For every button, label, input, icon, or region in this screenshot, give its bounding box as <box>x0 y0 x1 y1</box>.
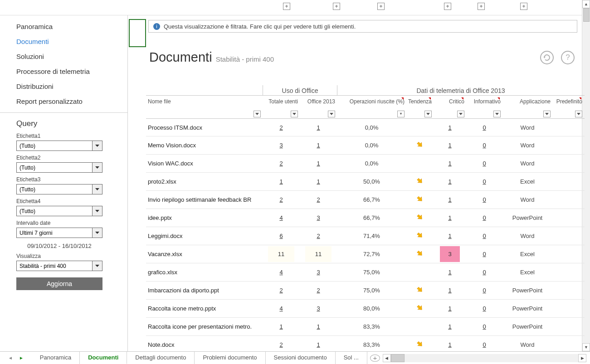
cell-informative[interactable]: 0 <box>466 251 502 257</box>
cell-critical[interactable]: 1 <box>434 160 466 167</box>
cell-total[interactable]: 2 <box>263 287 300 294</box>
cell-critical[interactable]: 1 <box>434 305 466 312</box>
cell-office2013[interactable]: 1 <box>300 142 337 149</box>
cell-informative[interactable]: 0 <box>466 287 502 294</box>
table-row[interactable]: grafico.xlsx4375,0%10Excel <box>146 263 585 281</box>
table-row[interactable]: Processo ITSM.docx210,0%10Word <box>146 118 585 136</box>
nav-item-report-personalizzato[interactable]: Report personalizzato <box>0 94 127 109</box>
filter-icon[interactable] <box>254 111 261 117</box>
table-row[interactable]: Vision WAC.docx210,0%10Word <box>146 155 585 173</box>
cell-total[interactable]: 4 <box>263 214 300 221</box>
filter-icon[interactable] <box>543 111 551 117</box>
cell-critical[interactable]: 1 <box>434 178 466 185</box>
scroll-up-arrow[interactable]: ▲ <box>582 0 590 8</box>
cell-office2013[interactable]: 1 <box>300 323 337 330</box>
cell-critical[interactable]: 1 <box>434 142 466 149</box>
cell-informative[interactable]: 0 <box>466 341 502 348</box>
cell-critical[interactable]: 1 <box>434 196 466 203</box>
cell-informative[interactable]: 0 <box>466 269 502 276</box>
cell-office2013[interactable]: 2 <box>300 233 337 239</box>
cell-informative[interactable]: 0 <box>466 214 502 221</box>
cell-critical[interactable]: 3 <box>434 246 466 262</box>
nav-item-processore-di-telemetria[interactable]: Processore di telemetria <box>0 64 127 79</box>
query-select-4[interactable]: (Tutto) <box>16 206 102 216</box>
cell-informative[interactable]: 0 <box>466 196 502 203</box>
cell-total[interactable]: 2 <box>263 160 300 167</box>
table-row[interactable]: idee.pptx4366,7%10PowerPoint <box>146 209 585 227</box>
cell-total[interactable]: 1 <box>263 323 300 330</box>
date-interval-select[interactable]: Ultimi 7 giorni <box>16 228 102 238</box>
cell-critical[interactable]: 1 <box>434 323 466 330</box>
filter-icon[interactable] <box>291 111 298 117</box>
horizontal-scrollbar[interactable]: ◀ ▶ <box>383 354 586 362</box>
outline-expand-button[interactable]: + <box>333 3 340 10</box>
cell-office2013[interactable]: 1 <box>300 178 337 185</box>
refresh-button[interactable] <box>540 51 554 64</box>
cell-critical[interactable]: 1 <box>434 214 466 221</box>
cell-critical[interactable]: 1 <box>434 287 466 294</box>
sheet-tab-dettagli-documento[interactable]: Dettagli documento <box>127 352 195 364</box>
cell-office2013[interactable]: 2 <box>300 287 337 294</box>
cell-office2013[interactable]: 1 <box>300 124 337 131</box>
cell-informative[interactable]: 0 <box>466 305 502 312</box>
table-row[interactable]: Memo Vision.docx310,0%10Word <box>146 136 585 155</box>
filter-icon[interactable] <box>328 111 335 117</box>
cell-total[interactable]: 11 <box>263 246 300 262</box>
tab-nav-arrows[interactable]: ◄ ► <box>0 354 32 361</box>
cell-critical[interactable]: 1 <box>434 269 466 276</box>
table-row[interactable]: Invio riepilogo settimanale feedback BR2… <box>146 191 585 209</box>
cell-informative[interactable]: 0 <box>466 323 502 330</box>
cell-total[interactable]: 6 <box>263 233 300 239</box>
cell-total[interactable]: 4 <box>263 269 300 276</box>
cell-total[interactable]: 2 <box>263 196 300 203</box>
cell-total[interactable]: 2 <box>263 124 300 131</box>
filter-icon[interactable] <box>575 111 582 117</box>
cell-total[interactable]: 2 <box>263 341 300 348</box>
query-select-3[interactable]: (Tutto) <box>16 184 102 194</box>
filter-applied-icon[interactable] <box>397 111 405 117</box>
table-row[interactable]: Raccolta icone per presentazioni metro.1… <box>146 318 585 336</box>
table-row[interactable]: proto2.xlsx1150,0%10Excel <box>146 173 585 191</box>
tab-nav-next[interactable]: ► <box>17 354 25 361</box>
cell-total[interactable]: 4 <box>263 305 300 312</box>
cell-total[interactable]: 1 <box>263 178 300 185</box>
nav-item-distribuzioni[interactable]: Distribuzioni <box>0 79 127 94</box>
table-row[interactable]: Raccolta icone metro.pptx4380,0%10PowerP… <box>146 300 585 318</box>
sheet-tab-sessioni-documento[interactable]: Sessioni documento <box>266 352 336 364</box>
help-button[interactable]: ? <box>561 51 575 64</box>
filter-icon[interactable] <box>493 111 501 117</box>
add-sheet-button[interactable]: + <box>370 354 380 362</box>
outline-expand-button[interactable]: + <box>283 3 290 10</box>
hscroll-left[interactable]: ◀ <box>383 354 391 362</box>
cell-office2013[interactable]: 1 <box>300 160 337 167</box>
sheet-tab-documenti[interactable]: Documenti <box>80 352 127 364</box>
hscroll-thumb[interactable] <box>391 354 405 362</box>
cell-informative[interactable]: 0 <box>466 233 502 239</box>
cell-office2013[interactable]: 2 <box>300 196 337 203</box>
table-row[interactable]: Imbarcazioni da diporto.ppt2275,0%10Powe… <box>146 281 585 300</box>
cell-office2013[interactable]: 11 <box>300 246 337 262</box>
cell-informative[interactable]: 0 <box>466 142 502 149</box>
sheet-tab-problemi-documento[interactable]: Problemi documento <box>195 352 265 364</box>
cell-critical[interactable]: 1 <box>434 124 466 131</box>
cell-critical[interactable]: 1 <box>434 233 466 239</box>
update-button[interactable]: Aggiorna <box>16 277 102 290</box>
sheet-tab-panoramica[interactable]: Panoramica <box>32 352 80 364</box>
nav-item-panoramica[interactable]: Panoramica <box>0 19 127 34</box>
outline-expand-button[interactable]: + <box>520 3 527 10</box>
nav-item-soluzioni[interactable]: Soluzioni <box>0 49 127 64</box>
cell-informative[interactable]: 0 <box>466 178 502 185</box>
query-select-2[interactable]: (Tutto) <box>16 162 102 173</box>
outline-expand-button[interactable]: + <box>377 3 385 10</box>
outline-expand-button[interactable]: + <box>444 3 451 10</box>
cell-informative[interactable]: 0 <box>466 160 502 167</box>
table-row[interactable]: Leggimi.docx6271,4%10Word <box>146 227 585 245</box>
cell-critical[interactable]: 1 <box>434 341 466 348</box>
filter-icon[interactable] <box>457 111 464 117</box>
outline-expand-button[interactable]: + <box>478 3 485 10</box>
cell-office2013[interactable]: 3 <box>300 214 337 221</box>
filter-icon[interactable] <box>424 111 432 117</box>
sheet-tab-sol-[interactable]: Sol ... <box>336 352 367 364</box>
cell-total[interactable]: 3 <box>263 142 300 149</box>
cell-office2013[interactable]: 3 <box>300 305 337 312</box>
